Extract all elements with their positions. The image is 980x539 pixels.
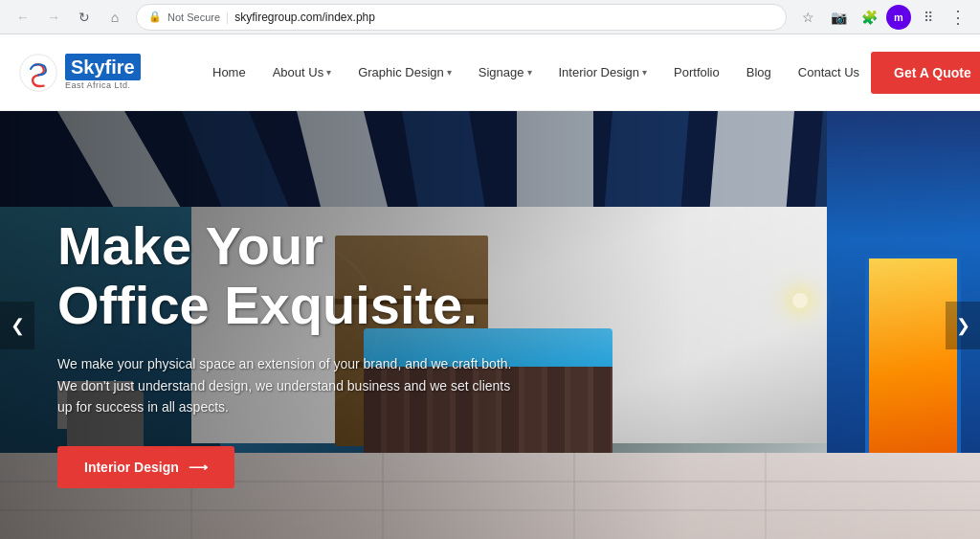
logo-sub-text: East Africa Ltd.	[65, 80, 141, 91]
hero-section: Make Your Office Exquisite. We make your…	[0, 111, 980, 539]
carousel-next-icon: ❯	[956, 315, 970, 336]
nav-item-signage[interactable]: Signage ▾	[467, 57, 544, 87]
hero-title-line2: Office Exquisite.	[57, 275, 478, 335]
chevron-graphic-icon: ▾	[447, 67, 452, 78]
nav-item-interior-design[interactable]: Interior Design ▾	[547, 57, 659, 87]
get-quote-button[interactable]: Get A Quote →	[871, 52, 980, 94]
security-icon: 🔒	[148, 11, 162, 23]
nav-item-graphic-design[interactable]: Graphic Design ▾	[346, 57, 463, 87]
home-button[interactable]: ⌂	[101, 4, 128, 31]
nav-item-portfolio[interactable]: Portfolio	[662, 57, 731, 87]
nav-item-about[interactable]: About Us ▾	[261, 57, 343, 87]
not-secure-label: Not Secure	[167, 11, 220, 23]
carousel-next-button[interactable]: ❯	[946, 302, 980, 349]
address-bar[interactable]: 🔒 Not Secure | skyfiregroup.com/index.ph…	[136, 4, 787, 31]
carousel-prev-icon: ❮	[11, 315, 25, 336]
profile-button[interactable]: m	[886, 5, 911, 30]
bookmark-button[interactable]: ☆	[794, 4, 821, 31]
browser-actions: ☆ 📷 🧩 m ⠿ ⋮	[794, 4, 970, 31]
hero-title-line1: Make Your	[57, 215, 323, 276]
carousel-prev-button[interactable]: ❮	[0, 302, 34, 349]
browser-chrome: ← → ↻ ⌂ 🔒 Not Secure | skyfiregroup.com/…	[0, 0, 980, 34]
nav-menu: Home About Us ▾ Graphic Design ▾ Signage…	[201, 57, 871, 87]
nav-item-contact[interactable]: Contact Us	[787, 57, 871, 87]
hero-title: Make Your Office Exquisite.	[57, 216, 517, 334]
chevron-interior-icon: ▾	[642, 67, 647, 78]
chevron-signage-icon: ▾	[527, 67, 532, 78]
logo-skyfire-text: Skyfire	[65, 54, 141, 80]
forward-button[interactable]: →	[40, 4, 67, 31]
browser-nav-buttons: ← → ↻ ⌂	[10, 4, 128, 31]
extension-button[interactable]: 🧩	[856, 4, 882, 31]
back-button[interactable]: ←	[10, 4, 36, 31]
hero-content: Make Your Office Exquisite. We make your…	[57, 216, 517, 488]
nav-item-blog[interactable]: Blog	[735, 57, 783, 87]
browser-menu-button[interactable]: ⋮	[946, 5, 970, 30]
screenshot-button[interactable]: 📷	[825, 4, 852, 31]
interior-design-arrow-icon: ⟶	[189, 460, 208, 475]
chevron-about-icon: ▾	[326, 67, 331, 78]
extensions-button[interactable]: ⠿	[915, 4, 942, 31]
logo-area[interactable]: Skyfire East Africa Ltd.	[19, 54, 172, 92]
reload-button[interactable]: ↻	[71, 4, 98, 31]
site-navbar: Skyfire East Africa Ltd. Home About Us ▾…	[0, 34, 980, 111]
logo-icon	[19, 54, 57, 92]
nav-item-home[interactable]: Home	[201, 57, 257, 87]
logo-text: Skyfire East Africa Ltd.	[65, 54, 141, 91]
hero-description: We make your physical space an extension…	[57, 353, 517, 417]
url-text: skyfiregroup.com/index.php	[234, 11, 375, 24]
interior-design-button[interactable]: Interior Design ⟶	[57, 446, 234, 488]
